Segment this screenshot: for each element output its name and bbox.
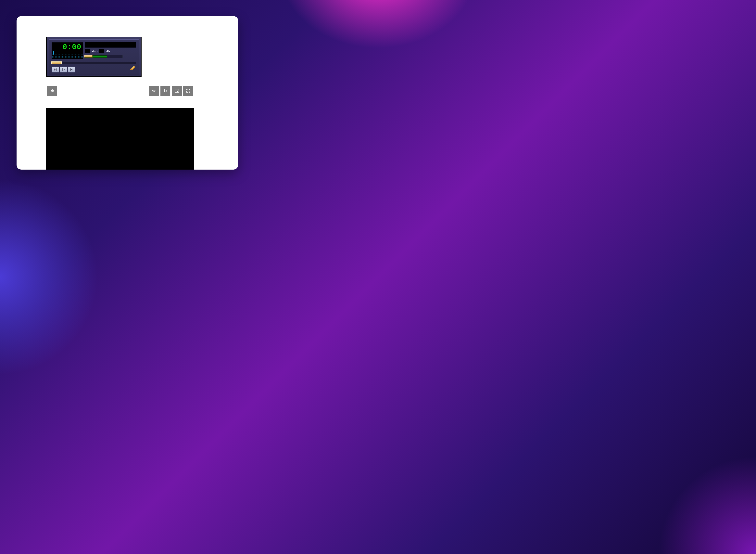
next-button[interactable] bbox=[68, 66, 75, 72]
player-body: 0:00 kbps kHz bbox=[49, 39, 139, 74]
play-icon bbox=[62, 68, 65, 71]
visualizer[interactable]: 0:00 bbox=[52, 42, 83, 59]
winamp-logo-icon bbox=[130, 65, 136, 71]
kbps-value bbox=[85, 49, 90, 53]
kbps-label: kbps bbox=[92, 50, 98, 53]
skip-back-icon bbox=[54, 68, 57, 71]
app-card: 0:00 kbps kHz bbox=[16, 16, 238, 170]
previous-button[interactable] bbox=[52, 66, 59, 72]
svg-rect-4 bbox=[177, 91, 178, 92]
bitrate-row: kbps kHz bbox=[85, 49, 110, 53]
speaker-icon bbox=[50, 89, 55, 93]
track-title-display[interactable] bbox=[85, 42, 136, 48]
skip-forward-icon bbox=[70, 68, 73, 71]
volume-button[interactable] bbox=[47, 86, 57, 96]
transport-buttons bbox=[52, 66, 75, 72]
captions-label: CC bbox=[153, 90, 156, 92]
visualizer-grid bbox=[52, 54, 83, 59]
video-player-area[interactable] bbox=[46, 108, 194, 170]
playback-rate-button[interactable]: 1x bbox=[161, 86, 170, 96]
khz-value bbox=[99, 49, 104, 53]
seek-slider-track[interactable] bbox=[52, 62, 136, 64]
audio-player: 0:00 kbps kHz bbox=[46, 37, 141, 77]
playback-rate-label: 1x bbox=[163, 89, 167, 93]
play-button[interactable] bbox=[60, 66, 67, 72]
playback-time: 0:00 bbox=[63, 44, 81, 51]
pip-button[interactable] bbox=[172, 86, 182, 96]
fullscreen-button[interactable] bbox=[183, 86, 193, 96]
volume-slider-thumb[interactable] bbox=[84, 55, 93, 57]
captions-button[interactable]: CC bbox=[149, 86, 159, 96]
khz-label: kHz bbox=[106, 50, 110, 53]
fullscreen-icon bbox=[186, 89, 190, 93]
seek-slider-thumb[interactable] bbox=[51, 61, 62, 64]
visualizer-bar bbox=[53, 51, 54, 55]
pip-icon bbox=[174, 89, 179, 93]
video-toolbar: CC 1x bbox=[47, 86, 195, 96]
